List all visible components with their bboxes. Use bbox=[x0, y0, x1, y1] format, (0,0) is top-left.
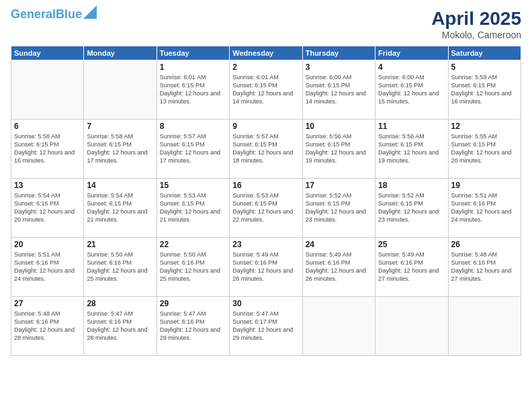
table-row: 5Sunrise: 5:59 AM Sunset: 6:15 PM Daylig… bbox=[448, 60, 521, 120]
table-row: 17Sunrise: 5:52 AM Sunset: 6:15 PM Dayli… bbox=[302, 179, 375, 238]
table-row: 29Sunrise: 5:47 AM Sunset: 6:16 PM Dayli… bbox=[157, 297, 229, 356]
day-info: Sunrise: 5:54 AM Sunset: 6:15 PM Dayligh… bbox=[14, 191, 81, 224]
day-info: Sunrise: 5:50 AM Sunset: 6:16 PM Dayligh… bbox=[160, 250, 226, 283]
page: GeneralBlue April 2025 Mokolo, Cameroon … bbox=[0, 0, 532, 411]
table-row bbox=[448, 297, 521, 356]
day-number: 7 bbox=[87, 122, 153, 131]
day-info: Sunrise: 5:47 AM Sunset: 6:16 PM Dayligh… bbox=[87, 310, 153, 342]
calendar-table: Sunday Monday Tuesday Wednesday Thursday… bbox=[11, 46, 521, 356]
table-row: 13Sunrise: 5:54 AM Sunset: 6:15 PM Dayli… bbox=[11, 179, 84, 238]
calendar-week-row: 13Sunrise: 5:54 AM Sunset: 6:15 PM Dayli… bbox=[11, 179, 521, 238]
col-wednesday: Wednesday bbox=[230, 46, 302, 60]
day-number: 20 bbox=[14, 240, 81, 249]
table-row: 18Sunrise: 5:52 AM Sunset: 6:15 PM Dayli… bbox=[375, 179, 448, 238]
day-number: 2 bbox=[232, 62, 299, 72]
day-number: 27 bbox=[14, 299, 81, 308]
day-info: Sunrise: 5:57 AM Sunset: 6:15 PM Dayligh… bbox=[160, 132, 226, 165]
table-row: 23Sunrise: 5:49 AM Sunset: 6:16 PM Dayli… bbox=[230, 238, 302, 297]
day-info: Sunrise: 5:53 AM Sunset: 6:15 PM Dayligh… bbox=[160, 191, 226, 224]
table-row: 25Sunrise: 5:49 AM Sunset: 6:16 PM Dayli… bbox=[375, 238, 448, 297]
day-info: Sunrise: 5:47 AM Sunset: 6:17 PM Dayligh… bbox=[232, 310, 299, 342]
table-row: 30Sunrise: 5:47 AM Sunset: 6:17 PM Dayli… bbox=[230, 297, 302, 356]
day-number: 6 bbox=[14, 122, 81, 131]
day-info: Sunrise: 6:01 AM Sunset: 6:15 PM Dayligh… bbox=[232, 73, 299, 106]
svg-marker-0 bbox=[83, 5, 97, 19]
table-row: 14Sunrise: 5:54 AM Sunset: 6:15 PM Dayli… bbox=[84, 179, 157, 238]
table-row: 8Sunrise: 5:57 AM Sunset: 6:15 PM Daylig… bbox=[157, 120, 229, 179]
col-saturday: Saturday bbox=[448, 46, 521, 60]
col-monday: Monday bbox=[84, 46, 157, 60]
table-row: 16Sunrise: 5:53 AM Sunset: 6:15 PM Dayli… bbox=[230, 179, 302, 238]
day-info: Sunrise: 5:52 AM Sunset: 6:15 PM Dayligh… bbox=[378, 191, 445, 224]
table-row bbox=[375, 297, 448, 356]
table-row: 7Sunrise: 5:58 AM Sunset: 6:15 PM Daylig… bbox=[84, 120, 157, 179]
table-row: 12Sunrise: 5:55 AM Sunset: 6:15 PM Dayli… bbox=[448, 120, 521, 179]
table-row: 6Sunrise: 5:58 AM Sunset: 6:15 PM Daylig… bbox=[11, 120, 84, 179]
table-row: 19Sunrise: 5:51 AM Sunset: 6:16 PM Dayli… bbox=[448, 179, 521, 238]
day-number: 18 bbox=[378, 181, 445, 190]
col-sunday: Sunday bbox=[11, 46, 84, 60]
table-row bbox=[84, 60, 157, 120]
table-row: 4Sunrise: 6:00 AM Sunset: 6:15 PM Daylig… bbox=[375, 60, 448, 120]
day-info: Sunrise: 5:50 AM Sunset: 6:16 PM Dayligh… bbox=[87, 250, 153, 283]
table-row: 10Sunrise: 5:56 AM Sunset: 6:15 PM Dayli… bbox=[302, 120, 375, 179]
title-section: April 2025 Mokolo, Cameroon bbox=[431, 8, 521, 40]
table-row: 21Sunrise: 5:50 AM Sunset: 6:16 PM Dayli… bbox=[84, 238, 157, 297]
day-number: 30 bbox=[232, 299, 299, 308]
day-info: Sunrise: 5:59 AM Sunset: 6:15 PM Dayligh… bbox=[451, 73, 518, 106]
day-number: 14 bbox=[87, 181, 153, 190]
day-info: Sunrise: 6:00 AM Sunset: 6:15 PM Dayligh… bbox=[306, 73, 372, 106]
table-row: 9Sunrise: 5:57 AM Sunset: 6:15 PM Daylig… bbox=[230, 120, 302, 179]
day-info: Sunrise: 5:54 AM Sunset: 6:15 PM Dayligh… bbox=[87, 191, 153, 224]
day-number: 4 bbox=[378, 62, 445, 72]
day-info: Sunrise: 5:58 AM Sunset: 6:15 PM Dayligh… bbox=[87, 132, 153, 165]
day-number: 10 bbox=[306, 122, 372, 131]
table-row: 27Sunrise: 5:48 AM Sunset: 6:16 PM Dayli… bbox=[11, 297, 84, 356]
day-info: Sunrise: 5:49 AM Sunset: 6:16 PM Dayligh… bbox=[232, 250, 299, 283]
table-row: 2Sunrise: 6:01 AM Sunset: 6:15 PM Daylig… bbox=[230, 60, 302, 120]
day-info: Sunrise: 5:49 AM Sunset: 6:16 PM Dayligh… bbox=[378, 250, 445, 283]
col-friday: Friday bbox=[375, 46, 448, 60]
day-info: Sunrise: 5:51 AM Sunset: 6:16 PM Dayligh… bbox=[451, 191, 518, 224]
day-number: 22 bbox=[160, 240, 226, 249]
table-row bbox=[302, 297, 375, 356]
calendar-week-row: 27Sunrise: 5:48 AM Sunset: 6:16 PM Dayli… bbox=[11, 297, 521, 356]
day-info: Sunrise: 5:58 AM Sunset: 6:15 PM Dayligh… bbox=[14, 132, 81, 165]
day-number: 15 bbox=[160, 181, 226, 190]
day-number: 3 bbox=[306, 62, 372, 72]
day-number: 17 bbox=[306, 181, 372, 190]
day-info: Sunrise: 5:52 AM Sunset: 6:15 PM Dayligh… bbox=[306, 191, 372, 224]
day-number: 24 bbox=[306, 240, 372, 249]
calendar-subtitle: Mokolo, Cameroon bbox=[431, 30, 521, 40]
day-info: Sunrise: 6:01 AM Sunset: 6:15 PM Dayligh… bbox=[160, 73, 226, 106]
table-row: 22Sunrise: 5:50 AM Sunset: 6:16 PM Dayli… bbox=[157, 238, 229, 297]
day-number: 9 bbox=[232, 122, 299, 131]
table-row: 20Sunrise: 5:51 AM Sunset: 6:16 PM Dayli… bbox=[11, 238, 84, 297]
header: GeneralBlue April 2025 Mokolo, Cameroon bbox=[11, 8, 521, 40]
day-info: Sunrise: 5:51 AM Sunset: 6:16 PM Dayligh… bbox=[14, 250, 81, 283]
day-number: 13 bbox=[14, 181, 81, 190]
day-info: Sunrise: 5:48 AM Sunset: 6:16 PM Dayligh… bbox=[14, 310, 81, 342]
logo: GeneralBlue bbox=[11, 8, 97, 20]
day-number: 1 bbox=[160, 62, 226, 72]
table-row: 15Sunrise: 5:53 AM Sunset: 6:15 PM Dayli… bbox=[157, 179, 229, 238]
table-row: 28Sunrise: 5:47 AM Sunset: 6:16 PM Dayli… bbox=[84, 297, 157, 356]
logo-text: GeneralBlue bbox=[11, 8, 82, 20]
day-number: 23 bbox=[232, 240, 299, 249]
calendar-week-row: 20Sunrise: 5:51 AM Sunset: 6:16 PM Dayli… bbox=[11, 238, 521, 297]
col-tuesday: Tuesday bbox=[157, 46, 229, 60]
table-row: 24Sunrise: 5:49 AM Sunset: 6:16 PM Dayli… bbox=[302, 238, 375, 297]
table-row: 3Sunrise: 6:00 AM Sunset: 6:15 PM Daylig… bbox=[302, 60, 375, 120]
day-info: Sunrise: 5:56 AM Sunset: 6:15 PM Dayligh… bbox=[306, 132, 372, 165]
day-info: Sunrise: 5:48 AM Sunset: 6:16 PM Dayligh… bbox=[451, 250, 518, 283]
table-row: 11Sunrise: 5:56 AM Sunset: 6:15 PM Dayli… bbox=[375, 120, 448, 179]
day-number: 26 bbox=[451, 240, 518, 249]
logo-icon bbox=[83, 5, 97, 19]
calendar-header-row: Sunday Monday Tuesday Wednesday Thursday… bbox=[11, 46, 521, 60]
calendar-title: April 2025 bbox=[431, 8, 521, 30]
day-number: 5 bbox=[451, 62, 518, 72]
table-row: 26Sunrise: 5:48 AM Sunset: 6:16 PM Dayli… bbox=[448, 238, 521, 297]
day-number: 8 bbox=[160, 122, 226, 131]
col-thursday: Thursday bbox=[302, 46, 375, 60]
day-info: Sunrise: 5:55 AM Sunset: 6:15 PM Dayligh… bbox=[451, 132, 518, 165]
